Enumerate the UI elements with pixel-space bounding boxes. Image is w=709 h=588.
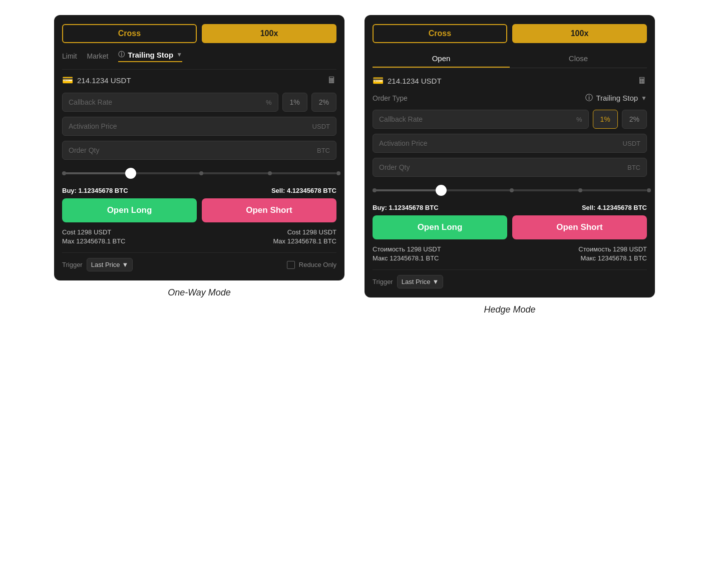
rate-btn-1-left[interactable]: 1% <box>282 93 307 112</box>
cost-col-sell-right: Стоимость 1298 USDT Макс 12345678.1 BTC <box>510 245 647 263</box>
cost-col-buy-right: Стоимость 1298 USDT Макс 12345678.1 BTC <box>373 245 510 263</box>
divider-left <box>62 69 336 70</box>
slider-fill-right <box>373 189 441 191</box>
slider-left[interactable] <box>62 166 336 181</box>
tab-open[interactable]: Open <box>373 50 510 68</box>
buy-info-left: Buy: 1.12345678 BTC <box>62 187 128 194</box>
cross-button-right[interactable]: Cross <box>373 24 507 43</box>
cost-buy-right: Стоимость 1298 USDT <box>373 245 510 253</box>
callback-rate-unit-right: % <box>576 116 582 123</box>
trigger-group-right: Trigger Last Price ▼ <box>373 275 443 288</box>
activation-price-placeholder-left: Activation Price <box>69 122 117 130</box>
info-icon-right: ⓘ <box>585 93 593 103</box>
max-buy-left: Max 12345678.1 BTC <box>62 237 199 245</box>
sell-value-left: 4.12345678 BTC <box>287 187 336 194</box>
activation-price-unit-left: USDT <box>312 123 330 130</box>
open-close-tabs: Open Close <box>373 50 647 68</box>
order-type-row-left: Limit Market ⓘ Trailing Stop ▼ <box>62 50 336 62</box>
trigger-label-right: Trigger <box>373 278 393 285</box>
slider-dot-0-right <box>373 188 377 192</box>
cross-button-left[interactable]: Cross <box>62 24 197 43</box>
activation-price-row-left: Activation Price USDT <box>62 117 336 136</box>
callback-rate-placeholder-right: Callback Rate <box>379 115 423 123</box>
sell-label-left: Sell: <box>271 187 285 194</box>
reduce-only-checkbox-left[interactable] <box>287 261 295 269</box>
dropdown-arrow-left: ▼ <box>176 51 182 58</box>
trailing-stop-label-right: Trailing Stop <box>596 94 638 102</box>
slider-dot-50-left <box>199 171 203 175</box>
order-type-selector-value[interactable]: ⓘ Trailing Stop ▼ <box>585 93 647 103</box>
trailing-stop-tab-left[interactable]: ⓘ Trailing Stop ▼ <box>118 50 182 62</box>
open-short-button-left[interactable]: Open Short <box>202 198 336 222</box>
card-icon-left: 💳 <box>62 75 73 86</box>
order-qty-row-left: Order Qty BTC <box>62 141 336 160</box>
hedge-panel: Cross 100x Open Close 💳 214.1234 USDT 🖩 … <box>365 15 655 298</box>
rate-btn-1-right[interactable]: 1% <box>593 110 618 129</box>
slider-track-left <box>62 172 336 174</box>
cost-col-buy-left: Cost 1298 USDT Max 12345678.1 BTC <box>62 228 199 246</box>
order-qty-placeholder-right: Order Qty <box>379 163 410 171</box>
buysell-row-left: Buy: 1.12345678 BTC Sell: 4.12345678 BTC <box>62 187 336 194</box>
top-buttons-left: Cross 100x <box>62 24 336 43</box>
leverage-button-right[interactable]: 100x <box>512 24 647 43</box>
one-way-panel: Cross 100x Limit Market ⓘ Trailing Stop … <box>54 15 344 280</box>
callback-rate-placeholder-left: Callback Rate <box>69 98 112 106</box>
order-qty-input-left[interactable]: Order Qty BTC <box>62 141 336 160</box>
action-buttons-right: Open Long Open Short <box>373 215 647 239</box>
footer-row-left: Trigger Last Price ▼ Reduce Only <box>62 252 336 271</box>
callback-rate-unit-left: % <box>266 99 272 106</box>
slider-fill-left <box>62 172 131 174</box>
buysell-row-right: Buy: 1.12345678 BTC Sell: 4.12345678 BTC <box>373 204 647 211</box>
open-long-button-right[interactable]: Open Long <box>373 215 507 239</box>
order-type-selector-label: Order Type <box>373 94 408 102</box>
buy-label-right: Buy: <box>373 204 387 211</box>
rate-btn-2-left[interactable]: 2% <box>311 93 336 112</box>
callback-rate-input-right[interactable]: Callback Rate % <box>373 110 589 129</box>
slider-dot-50-right <box>510 188 514 192</box>
slider-right[interactable] <box>373 183 647 198</box>
open-short-button-right[interactable]: Open Short <box>512 215 647 239</box>
slider-thumb-left[interactable] <box>125 168 136 179</box>
open-long-button-left[interactable]: Open Long <box>62 198 197 222</box>
activation-price-input-left[interactable]: Activation Price USDT <box>62 117 336 136</box>
trailing-stop-label-left: Trailing Stop <box>128 51 173 59</box>
leverage-button-left[interactable]: 100x <box>202 24 336 43</box>
buy-value-left: 1.12345678 BTC <box>79 187 128 194</box>
cost-max-row-right: Стоимость 1298 USDT Макс 12345678.1 BTC … <box>373 245 647 263</box>
slider-dot-0-left <box>62 171 66 175</box>
left-panel-label: One-Way Mode <box>168 287 231 298</box>
max-buy-right: Макс 12345678.1 BTC <box>373 254 510 262</box>
limit-tab-left[interactable]: Limit <box>62 52 77 60</box>
order-qty-unit-left: BTC <box>317 147 330 154</box>
slider-track-right <box>373 189 647 191</box>
trigger-group-left: Trigger Last Price ▼ <box>62 258 133 271</box>
sell-value-right: 4.12345678 BTC <box>597 204 647 211</box>
order-qty-placeholder-left: Order Qty <box>69 146 99 154</box>
activation-price-row-right: Activation Price USDT <box>373 134 647 153</box>
info-icon-left: ⓘ <box>118 50 125 59</box>
slider-dot-75-left <box>268 171 272 175</box>
activation-price-unit-right: USDT <box>623 140 640 147</box>
top-buttons-right: Cross 100x <box>373 24 647 43</box>
callback-rate-input-left[interactable]: Callback Rate % <box>62 93 278 112</box>
max-sell-left: Max 12345678.1 BTC <box>199 237 336 245</box>
calc-icon-right[interactable]: 🖩 <box>638 76 647 86</box>
trigger-select-right[interactable]: Last Price ▼ <box>397 275 444 288</box>
action-buttons-left: Open Long Open Short <box>62 198 336 222</box>
slider-thumb-right[interactable] <box>436 185 447 196</box>
sell-info-left: Sell: 4.12345678 BTC <box>271 187 336 194</box>
calc-icon-left[interactable]: 🖩 <box>327 75 336 86</box>
tab-close[interactable]: Close <box>510 50 647 68</box>
callback-rate-row-right: Callback Rate % 1% 2% <box>373 110 647 129</box>
order-type-selector-row: Order Type ⓘ Trailing Stop ▼ <box>373 93 647 103</box>
last-price-option-left: Last Price <box>91 261 120 268</box>
trigger-select-left[interactable]: Last Price ▼ <box>87 258 133 271</box>
reduce-only-group-left[interactable]: Reduce Only <box>287 261 336 269</box>
activation-price-input-right[interactable]: Activation Price USDT <box>373 134 647 153</box>
rate-btn-2-right[interactable]: 2% <box>622 110 647 129</box>
balance-value-right: 214.1234 USDT <box>388 77 442 85</box>
footer-row-right: Trigger Last Price ▼ <box>373 269 647 288</box>
market-tab-left[interactable]: Market <box>87 52 109 60</box>
order-qty-input-right[interactable]: Order Qty BTC <box>373 158 647 177</box>
cost-sell-right: Стоимость 1298 USDT <box>510 245 647 253</box>
